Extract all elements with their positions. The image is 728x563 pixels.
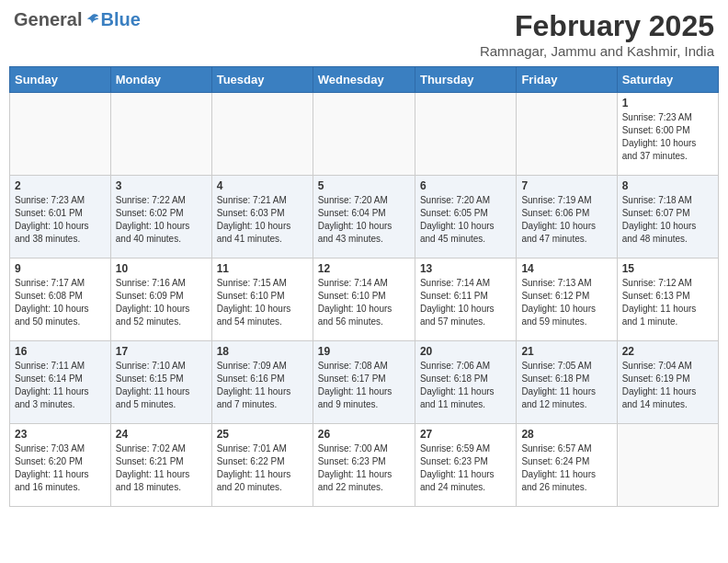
day-info: Sunrise: 7:23 AM Sunset: 6:01 PM Dayligh… bbox=[15, 194, 106, 246]
day-number: 11 bbox=[217, 262, 308, 275]
day-info: Sunrise: 7:18 AM Sunset: 6:07 PM Dayligh… bbox=[622, 194, 713, 246]
calendar-week-row: 16Sunrise: 7:11 AM Sunset: 6:14 PM Dayli… bbox=[10, 341, 719, 424]
calendar-day-cell: 7Sunrise: 7:19 AM Sunset: 6:06 PM Daylig… bbox=[517, 176, 617, 259]
day-number: 24 bbox=[116, 428, 207, 441]
day-info: Sunrise: 6:57 AM Sunset: 6:24 PM Dayligh… bbox=[521, 442, 611, 494]
day-info: Sunrise: 6:59 AM Sunset: 6:23 PM Dayligh… bbox=[420, 442, 511, 494]
day-info: Sunrise: 7:01 AM Sunset: 6:22 PM Dayligh… bbox=[217, 442, 308, 494]
day-info: Sunrise: 7:00 AM Sunset: 6:23 PM Dayligh… bbox=[318, 442, 410, 494]
day-info: Sunrise: 7:16 AM Sunset: 6:09 PM Dayligh… bbox=[116, 277, 207, 328]
day-info: Sunrise: 7:17 AM Sunset: 6:08 PM Dayligh… bbox=[15, 277, 106, 328]
day-number: 1 bbox=[622, 97, 713, 109]
calendar-day-cell bbox=[517, 93, 617, 176]
day-info: Sunrise: 7:06 AM Sunset: 6:18 PM Dayligh… bbox=[420, 360, 511, 411]
logo-general-text: General bbox=[14, 9, 82, 30]
day-number: 22 bbox=[622, 345, 713, 358]
calendar-table: SundayMondayTuesdayWednesdayThursdayFrid… bbox=[9, 66, 719, 507]
day-number: 5 bbox=[318, 179, 410, 192]
day-info: Sunrise: 7:11 AM Sunset: 6:14 PM Dayligh… bbox=[15, 360, 106, 411]
day-info: Sunrise: 7:22 AM Sunset: 6:02 PM Dayligh… bbox=[116, 194, 207, 246]
weekday-header: Sunday bbox=[10, 67, 111, 93]
location-text: Ramnagar, Jammu and Kashmir, India bbox=[480, 43, 714, 59]
weekday-header: Friday bbox=[517, 67, 617, 93]
day-number: 27 bbox=[420, 428, 511, 441]
day-number: 6 bbox=[420, 179, 511, 192]
calendar-day-cell: 4Sunrise: 7:21 AM Sunset: 6:03 PM Daylig… bbox=[211, 176, 313, 259]
day-info: Sunrise: 7:19 AM Sunset: 6:06 PM Dayligh… bbox=[521, 194, 611, 246]
calendar-day-cell bbox=[313, 93, 415, 176]
day-number: 16 bbox=[15, 345, 106, 358]
day-info: Sunrise: 7:12 AM Sunset: 6:13 PM Dayligh… bbox=[622, 277, 713, 328]
logo-blue-text: Blue bbox=[100, 9, 140, 30]
day-number: 12 bbox=[318, 262, 410, 275]
calendar-day-cell: 23Sunrise: 7:03 AM Sunset: 6:20 PM Dayli… bbox=[10, 424, 111, 507]
month-title: February 2025 bbox=[480, 9, 714, 43]
weekday-header: Monday bbox=[110, 67, 211, 93]
calendar-day-cell: 2Sunrise: 7:23 AM Sunset: 6:01 PM Daylig… bbox=[10, 176, 111, 259]
calendar-day-cell: 22Sunrise: 7:04 AM Sunset: 6:19 PM Dayli… bbox=[617, 341, 718, 424]
day-info: Sunrise: 7:21 AM Sunset: 6:03 PM Dayligh… bbox=[217, 194, 308, 246]
day-number: 7 bbox=[521, 179, 611, 192]
day-number: 18 bbox=[217, 345, 308, 358]
day-number: 20 bbox=[420, 345, 511, 358]
day-info: Sunrise: 7:02 AM Sunset: 6:21 PM Dayligh… bbox=[116, 442, 207, 494]
day-number: 25 bbox=[217, 428, 308, 441]
day-info: Sunrise: 7:20 AM Sunset: 6:05 PM Dayligh… bbox=[420, 194, 511, 246]
calendar-day-cell: 14Sunrise: 7:13 AM Sunset: 6:12 PM Dayli… bbox=[517, 259, 617, 341]
day-info: Sunrise: 7:04 AM Sunset: 6:19 PM Dayligh… bbox=[622, 360, 713, 411]
calendar-day-cell: 24Sunrise: 7:02 AM Sunset: 6:21 PM Dayli… bbox=[110, 424, 211, 507]
day-info: Sunrise: 7:23 AM Sunset: 6:00 PM Dayligh… bbox=[622, 111, 713, 163]
calendar-day-cell: 25Sunrise: 7:01 AM Sunset: 6:22 PM Dayli… bbox=[211, 424, 313, 507]
day-info: Sunrise: 7:15 AM Sunset: 6:10 PM Dayligh… bbox=[217, 277, 308, 328]
day-number: 2 bbox=[15, 179, 106, 192]
day-info: Sunrise: 7:05 AM Sunset: 6:18 PM Dayligh… bbox=[521, 360, 611, 411]
calendar-day-cell: 8Sunrise: 7:18 AM Sunset: 6:07 PM Daylig… bbox=[617, 176, 718, 259]
calendar-week-row: 1Sunrise: 7:23 AM Sunset: 6:00 PM Daylig… bbox=[10, 93, 719, 176]
calendar-day-cell: 15Sunrise: 7:12 AM Sunset: 6:13 PM Dayli… bbox=[617, 259, 718, 341]
day-number: 8 bbox=[622, 179, 713, 192]
day-info: Sunrise: 7:20 AM Sunset: 6:04 PM Dayligh… bbox=[318, 194, 410, 246]
calendar-day-cell: 5Sunrise: 7:20 AM Sunset: 6:04 PM Daylig… bbox=[313, 176, 415, 259]
calendar-week-row: 2Sunrise: 7:23 AM Sunset: 6:01 PM Daylig… bbox=[10, 176, 719, 259]
day-info: Sunrise: 7:14 AM Sunset: 6:10 PM Dayligh… bbox=[318, 277, 410, 328]
logo: General Blue bbox=[14, 9, 141, 30]
weekday-header: Saturday bbox=[617, 67, 718, 93]
calendar-day-cell: 16Sunrise: 7:11 AM Sunset: 6:14 PM Dayli… bbox=[10, 341, 111, 424]
calendar-day-cell bbox=[415, 93, 516, 176]
calendar-day-cell: 17Sunrise: 7:10 AM Sunset: 6:15 PM Dayli… bbox=[110, 341, 211, 424]
calendar-day-cell bbox=[110, 93, 211, 176]
calendar-day-cell bbox=[617, 424, 718, 507]
day-info: Sunrise: 7:03 AM Sunset: 6:20 PM Dayligh… bbox=[15, 442, 106, 494]
calendar-day-cell: 1Sunrise: 7:23 AM Sunset: 6:00 PM Daylig… bbox=[617, 93, 718, 176]
day-number: 26 bbox=[318, 428, 410, 441]
day-number: 13 bbox=[420, 262, 511, 275]
day-number: 21 bbox=[521, 345, 611, 358]
calendar-week-row: 23Sunrise: 7:03 AM Sunset: 6:20 PM Dayli… bbox=[10, 424, 719, 507]
day-number: 4 bbox=[217, 179, 308, 192]
calendar-day-cell: 19Sunrise: 7:08 AM Sunset: 6:17 PM Dayli… bbox=[313, 341, 415, 424]
calendar-week-row: 9Sunrise: 7:17 AM Sunset: 6:08 PM Daylig… bbox=[10, 259, 719, 341]
calendar-day-cell: 11Sunrise: 7:15 AM Sunset: 6:10 PM Dayli… bbox=[211, 259, 313, 341]
logo-bird-icon bbox=[84, 12, 100, 29]
day-info: Sunrise: 7:08 AM Sunset: 6:17 PM Dayligh… bbox=[318, 360, 410, 411]
day-number: 9 bbox=[15, 262, 106, 275]
day-number: 19 bbox=[318, 345, 410, 358]
weekday-header: Wednesday bbox=[313, 67, 415, 93]
calendar-day-cell: 12Sunrise: 7:14 AM Sunset: 6:10 PM Dayli… bbox=[313, 259, 415, 341]
weekday-header: Thursday bbox=[415, 67, 516, 93]
day-info: Sunrise: 7:09 AM Sunset: 6:16 PM Dayligh… bbox=[217, 360, 308, 411]
page-header: General Blue February 2025 Ramnagar, Jam… bbox=[9, 9, 719, 59]
calendar-header-row: SundayMondayTuesdayWednesdayThursdayFrid… bbox=[10, 67, 719, 93]
day-number: 14 bbox=[521, 262, 611, 275]
calendar-day-cell: 27Sunrise: 6:59 AM Sunset: 6:23 PM Dayli… bbox=[415, 424, 516, 507]
calendar-day-cell: 21Sunrise: 7:05 AM Sunset: 6:18 PM Dayli… bbox=[517, 341, 617, 424]
day-number: 17 bbox=[116, 345, 207, 358]
day-number: 3 bbox=[116, 179, 207, 192]
calendar-day-cell: 3Sunrise: 7:22 AM Sunset: 6:02 PM Daylig… bbox=[110, 176, 211, 259]
calendar-day-cell bbox=[211, 93, 313, 176]
calendar-day-cell: 13Sunrise: 7:14 AM Sunset: 6:11 PM Dayli… bbox=[415, 259, 516, 341]
day-info: Sunrise: 7:14 AM Sunset: 6:11 PM Dayligh… bbox=[420, 277, 511, 328]
day-info: Sunrise: 7:10 AM Sunset: 6:15 PM Dayligh… bbox=[116, 360, 207, 411]
calendar-day-cell: 10Sunrise: 7:16 AM Sunset: 6:09 PM Dayli… bbox=[110, 259, 211, 341]
calendar-day-cell: 6Sunrise: 7:20 AM Sunset: 6:05 PM Daylig… bbox=[415, 176, 516, 259]
